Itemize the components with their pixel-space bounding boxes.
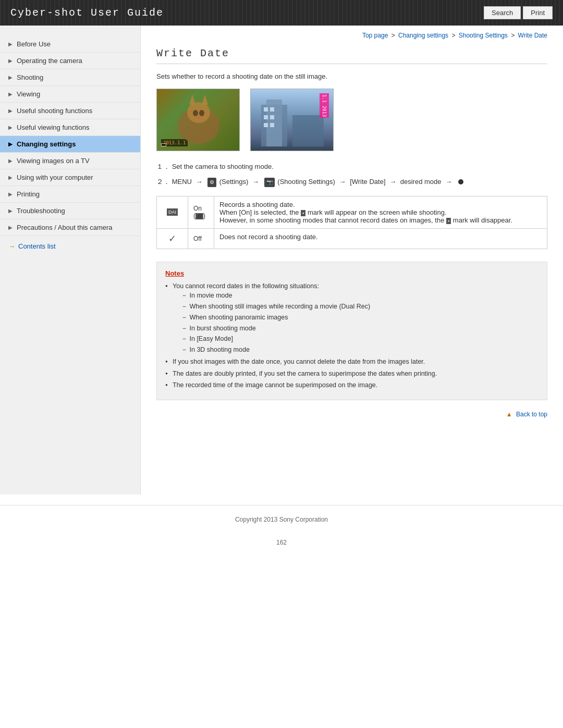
note-text: The dates are doubly printed, if you set… (173, 370, 437, 377)
contents-link-arrow-icon: → (8, 242, 15, 250)
sidebar-arrow: ▶ (8, 91, 13, 97)
list-item: In burst shooting mode (181, 324, 538, 334)
step-2-number: ２． (156, 178, 170, 186)
list-item: In [Easy Mode] (181, 334, 538, 344)
arrow-icon-1: → (196, 178, 203, 186)
sidebar-item-label: Operating the camera (17, 57, 82, 65)
breadcrumb-top[interactable]: Top page (362, 32, 388, 39)
step-2: ２． MENU → ⚙ (Settings) → 📷 (Shooting Set… (156, 177, 547, 188)
breadcrumb-shooting-settings[interactable]: Shooting Settings (459, 32, 508, 39)
sidebar-item-troubleshooting[interactable]: ▶ Troubleshooting (0, 203, 140, 219)
sidebar-arrow: ▶ (8, 58, 13, 64)
sidebar-item-label: Before Use (17, 40, 51, 48)
sidebar-item-viewing-tv[interactable]: ▶ Viewing images on a TV (0, 153, 140, 169)
sidebar-arrow: ▶ (8, 125, 13, 130)
mark-icon-2: ▪ (446, 218, 451, 224)
off-description-cell: Does not record a shooting date. (214, 228, 547, 249)
page-header: Cyber-shot User Guide Search Print (0, 0, 563, 26)
svg-rect-14 (270, 123, 274, 127)
list-item: When shooting panoramic images (181, 313, 538, 323)
sidebar-item-label: Shooting (17, 73, 43, 81)
sidebar-item-changing-settings[interactable]: ▶ Changing settings (0, 136, 140, 153)
note-text: If you shot images with the date once, y… (173, 358, 425, 365)
sidebar: ▶ Before Use ▶ Operating the camera ▶ Sh… (0, 26, 141, 495)
header-buttons: Search Print (484, 6, 553, 19)
back-to-top-link[interactable]: ▲ Back to top (506, 411, 547, 418)
mark-icon: ▪ (301, 210, 305, 216)
page-number: 162 (0, 534, 563, 551)
list-item: In movie mode (181, 291, 538, 301)
on-description-cell: Records a shooting date. When [On] is se… (214, 196, 547, 228)
step-2-desired: desired mode (400, 178, 442, 186)
sidebar-arrow: ▶ (8, 41, 13, 47)
sidebar-item-using-computer[interactable]: ▶ Using with your computer (0, 169, 140, 186)
copyright-text: Copyright 2013 Sony Corporation (235, 516, 328, 523)
cat-image: 2013.1.1 (156, 89, 240, 151)
table-row: ✓ Off Does not record a shooting date. (157, 228, 547, 249)
on-mode-icon: ⬛ (195, 213, 203, 219)
sidebar-item-label: Precautions / About this camera (17, 224, 113, 231)
breadcrumb-changing-settings[interactable]: Changing settings (398, 32, 448, 39)
sidebar-item-before-use[interactable]: ▶ Before Use (0, 36, 140, 53)
sidebar-item-printing[interactable]: ▶ Printing (0, 186, 140, 203)
breadcrumb: Top page > Changing settings > Shooting … (156, 26, 547, 47)
sub-item-text: In [Easy Mode] (189, 335, 232, 342)
list-item: The dates are doubly printed, if you set… (165, 369, 538, 379)
on-icon-cell: DAI (157, 196, 188, 228)
notes-box: Notes You cannot record dates in the fol… (156, 262, 547, 401)
sidebar-item-label: Viewing (17, 90, 40, 98)
table-row: DAI On (⬛) Records a shooting date. When… (157, 196, 547, 228)
sidebar-item-precautions[interactable]: ▶ Precautions / About this camera (0, 219, 140, 236)
back-to-top-arrow-icon: ▲ (506, 411, 512, 418)
sub-list: In movie mode When shooting still images… (173, 291, 538, 355)
arrow-icon-5: → (445, 178, 452, 186)
list-item: In 3D shooting mode (181, 345, 538, 355)
contents-list-link[interactable]: → Contents list (0, 236, 140, 256)
svg-marker-2 (189, 94, 195, 105)
svg-point-5 (199, 110, 204, 116)
page-description: Sets whether to record a shooting date o… (156, 72, 547, 80)
sidebar-item-operating[interactable]: ▶ Operating the camera (0, 53, 140, 69)
breadcrumb-write-date: Write Date (518, 32, 547, 39)
sidebar-arrow: ▶ (8, 175, 13, 180)
building-image: 1.1 2013 (250, 89, 334, 151)
sub-item-text: In burst shooting mode (189, 325, 255, 332)
checkmark-icon: ✓ (168, 233, 176, 244)
arrow-icon-2: → (252, 178, 259, 186)
sub-item-text: In movie mode (189, 292, 232, 299)
back-to-top-label: Back to top (516, 411, 547, 418)
cat-svg (157, 89, 240, 151)
sidebar-item-useful-viewing[interactable]: ▶ Useful viewing functions (0, 119, 140, 136)
back-to-top: ▲ Back to top (156, 411, 547, 418)
step-1-number: １． (156, 163, 170, 170)
sidebar-item-useful-shooting[interactable]: ▶ Useful shooting functions (0, 103, 140, 119)
on-mode-cell: On (⬛) (188, 196, 214, 228)
sidebar-arrow: ▶ (8, 108, 13, 114)
sidebar-item-label: Viewing images on a TV (17, 157, 90, 165)
page-title: Write Date (156, 47, 547, 64)
step-1: １． Set the camera to shooting mode. (156, 162, 547, 172)
svg-rect-11 (264, 115, 268, 119)
notes-title: Notes (165, 269, 538, 277)
arrow-icon-4: → (389, 178, 396, 186)
note-text: You cannot record dates in the following… (173, 282, 319, 290)
sub-item-text: When shooting still images while recordi… (189, 303, 370, 310)
list-item: When shooting still images while recordi… (181, 302, 538, 312)
camera-icon: 📷 (264, 178, 275, 187)
footer: Copyright 2013 Sony Corporation (0, 505, 563, 534)
off-icon-cell: ✓ (157, 228, 188, 249)
sub-item-text: In 3D shooting mode (189, 346, 249, 353)
sidebar-item-label: Useful shooting functions (17, 107, 92, 115)
sidebar-item-viewing[interactable]: ▶ Viewing (0, 86, 140, 103)
bullet-icon (458, 179, 463, 184)
on-icon: DAI (167, 208, 178, 216)
step-2-settings: (Settings) (219, 178, 249, 186)
content-area: Top page > Changing settings > Shooting … (141, 26, 563, 495)
step-2-menu: MENU (172, 178, 192, 186)
sidebar-arrow: ▶ (8, 225, 13, 230)
search-button[interactable]: Search (484, 6, 521, 19)
print-button[interactable]: Print (523, 6, 553, 19)
sidebar-arrow: ▶ (8, 158, 13, 164)
sidebar-item-shooting[interactable]: ▶ Shooting (0, 69, 140, 86)
arrow-icon-3: → (339, 178, 346, 186)
